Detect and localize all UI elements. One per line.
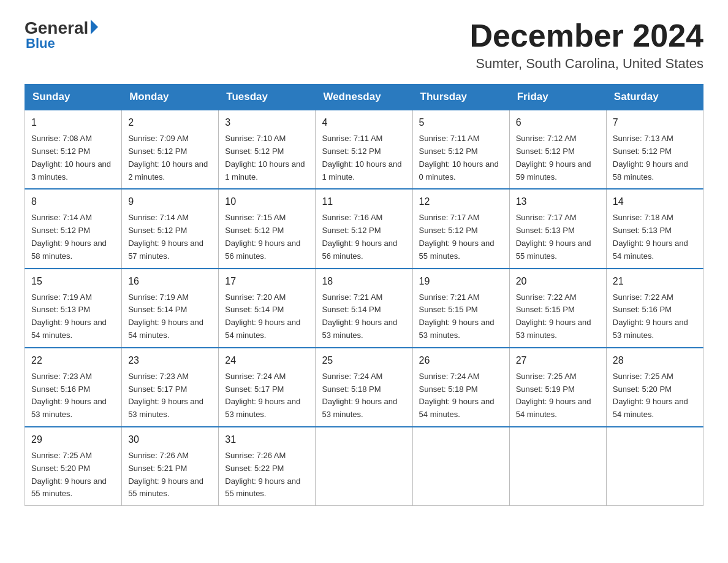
day-info: Sunrise: 7:14 AMSunset: 5:12 PMDaylight:… <box>128 213 203 260</box>
week-row-3: 15 Sunrise: 7:19 AMSunset: 5:13 PMDaylig… <box>25 269 703 348</box>
day-info: Sunrise: 7:11 AMSunset: 5:12 PMDaylight:… <box>419 134 499 181</box>
day-info: Sunrise: 7:24 AMSunset: 5:17 PMDaylight:… <box>225 372 300 419</box>
day-info: Sunrise: 7:17 AMSunset: 5:12 PMDaylight:… <box>419 213 495 260</box>
day-info: Sunrise: 7:23 AMSunset: 5:17 PMDaylight:… <box>128 372 203 419</box>
calendar-table: Sunday Monday Tuesday Wednesday Thursday… <box>25 84 703 506</box>
logo-blue-text: Blue <box>26 36 55 52</box>
day-info: Sunrise: 7:24 AMSunset: 5:18 PMDaylight:… <box>322 372 397 419</box>
day-info: Sunrise: 7:20 AMSunset: 5:14 PMDaylight:… <box>225 293 300 340</box>
day-info: Sunrise: 7:11 AMSunset: 5:12 PMDaylight:… <box>322 134 401 181</box>
day-info: Sunrise: 7:26 AMSunset: 5:21 PMDaylight:… <box>128 451 203 498</box>
day-info: Sunrise: 7:19 AMSunset: 5:13 PMDaylight:… <box>31 293 107 340</box>
col-thursday: Thursday <box>412 85 509 110</box>
table-row: 8 Sunrise: 7:14 AMSunset: 5:12 PMDayligh… <box>25 189 122 268</box>
day-number: 8 <box>31 194 115 209</box>
day-number: 7 <box>613 115 697 130</box>
table-row: 5 Sunrise: 7:11 AMSunset: 5:12 PMDayligh… <box>412 110 509 189</box>
day-number: 10 <box>225 194 309 209</box>
col-sunday: Sunday <box>25 85 122 110</box>
day-info: Sunrise: 7:19 AMSunset: 5:14 PMDaylight:… <box>128 293 203 340</box>
day-info: Sunrise: 7:22 AMSunset: 5:16 PMDaylight:… <box>613 293 688 340</box>
day-number: 17 <box>225 274 309 289</box>
table-row: 26 Sunrise: 7:24 AMSunset: 5:18 PMDaylig… <box>412 348 509 427</box>
table-row: 29 Sunrise: 7:25 AMSunset: 5:20 PMDaylig… <box>25 427 122 506</box>
table-row: 15 Sunrise: 7:19 AMSunset: 5:13 PMDaylig… <box>25 269 122 348</box>
day-number: 22 <box>31 353 115 368</box>
day-number: 30 <box>128 432 212 447</box>
day-info: Sunrise: 7:17 AMSunset: 5:13 PMDaylight:… <box>516 213 591 260</box>
day-info: Sunrise: 7:21 AMSunset: 5:14 PMDaylight:… <box>322 293 397 340</box>
day-info: Sunrise: 7:10 AMSunset: 5:12 PMDaylight:… <box>225 134 305 181</box>
day-info: Sunrise: 7:24 AMSunset: 5:18 PMDaylight:… <box>419 372 495 419</box>
table-row: 9 Sunrise: 7:14 AMSunset: 5:12 PMDayligh… <box>122 189 219 268</box>
day-number: 15 <box>31 274 115 289</box>
day-number: 31 <box>225 432 309 447</box>
table-row: 2 Sunrise: 7:09 AMSunset: 5:12 PMDayligh… <box>122 110 219 189</box>
table-row: 13 Sunrise: 7:17 AMSunset: 5:13 PMDaylig… <box>509 189 606 268</box>
day-info: Sunrise: 7:25 AMSunset: 5:19 PMDaylight:… <box>516 372 591 419</box>
day-info: Sunrise: 7:26 AMSunset: 5:22 PMDaylight:… <box>225 451 300 498</box>
week-row-5: 29 Sunrise: 7:25 AMSunset: 5:20 PMDaylig… <box>25 427 703 506</box>
table-row: 23 Sunrise: 7:23 AMSunset: 5:17 PMDaylig… <box>122 348 219 427</box>
col-wednesday: Wednesday <box>316 85 412 110</box>
table-row <box>316 427 412 506</box>
month-title: December 2024 <box>469 18 703 53</box>
table-row: 28 Sunrise: 7:25 AMSunset: 5:20 PMDaylig… <box>606 348 703 427</box>
day-number: 13 <box>516 194 600 209</box>
header-row: Sunday Monday Tuesday Wednesday Thursday… <box>25 85 703 110</box>
col-monday: Monday <box>122 85 219 110</box>
table-row: 14 Sunrise: 7:18 AMSunset: 5:13 PMDaylig… <box>606 189 703 268</box>
table-row: 18 Sunrise: 7:21 AMSunset: 5:14 PMDaylig… <box>316 269 412 348</box>
table-row: 19 Sunrise: 7:21 AMSunset: 5:15 PMDaylig… <box>412 269 509 348</box>
col-friday: Friday <box>509 85 606 110</box>
week-row-2: 8 Sunrise: 7:14 AMSunset: 5:12 PMDayligh… <box>25 189 703 268</box>
day-number: 23 <box>128 353 212 368</box>
day-number: 4 <box>322 115 406 130</box>
day-number: 19 <box>419 274 503 289</box>
day-number: 5 <box>419 115 503 130</box>
day-info: Sunrise: 7:12 AMSunset: 5:12 PMDaylight:… <box>516 134 591 181</box>
table-row <box>412 427 509 506</box>
table-row: 22 Sunrise: 7:23 AMSunset: 5:16 PMDaylig… <box>25 348 122 427</box>
day-number: 21 <box>613 274 697 289</box>
table-row: 16 Sunrise: 7:19 AMSunset: 5:14 PMDaylig… <box>122 269 219 348</box>
day-info: Sunrise: 7:08 AMSunset: 5:12 PMDaylight:… <box>31 134 111 181</box>
table-row: 10 Sunrise: 7:15 AMSunset: 5:12 PMDaylig… <box>219 189 316 268</box>
table-row: 27 Sunrise: 7:25 AMSunset: 5:19 PMDaylig… <box>509 348 606 427</box>
day-info: Sunrise: 7:15 AMSunset: 5:12 PMDaylight:… <box>225 213 300 260</box>
day-info: Sunrise: 7:21 AMSunset: 5:15 PMDaylight:… <box>419 293 495 340</box>
day-info: Sunrise: 7:16 AMSunset: 5:12 PMDaylight:… <box>322 213 397 260</box>
day-number: 25 <box>322 353 406 368</box>
table-row: 17 Sunrise: 7:20 AMSunset: 5:14 PMDaylig… <box>219 269 316 348</box>
logo-triangle-icon <box>91 20 98 34</box>
day-info: Sunrise: 7:25 AMSunset: 5:20 PMDaylight:… <box>613 372 688 419</box>
day-number: 2 <box>128 115 212 130</box>
day-number: 6 <box>516 115 600 130</box>
day-number: 27 <box>516 353 600 368</box>
location-subtitle: Sumter, South Carolina, United States <box>469 56 703 72</box>
day-number: 14 <box>613 194 697 209</box>
table-row <box>606 427 703 506</box>
table-row: 6 Sunrise: 7:12 AMSunset: 5:12 PMDayligh… <box>509 110 606 189</box>
table-row: 7 Sunrise: 7:13 AMSunset: 5:12 PMDayligh… <box>606 110 703 189</box>
day-info: Sunrise: 7:14 AMSunset: 5:12 PMDaylight:… <box>31 213 107 260</box>
table-row: 11 Sunrise: 7:16 AMSunset: 5:12 PMDaylig… <box>316 189 412 268</box>
day-number: 9 <box>128 194 212 209</box>
day-number: 3 <box>225 115 309 130</box>
week-row-4: 22 Sunrise: 7:23 AMSunset: 5:16 PMDaylig… <box>25 348 703 427</box>
logo: General Blue <box>25 18 98 52</box>
day-number: 16 <box>128 274 212 289</box>
col-saturday: Saturday <box>606 85 703 110</box>
table-row: 20 Sunrise: 7:22 AMSunset: 5:15 PMDaylig… <box>509 269 606 348</box>
col-tuesday: Tuesday <box>219 85 316 110</box>
day-number: 24 <box>225 353 309 368</box>
table-row: 31 Sunrise: 7:26 AMSunset: 5:22 PMDaylig… <box>219 427 316 506</box>
table-row: 1 Sunrise: 7:08 AMSunset: 5:12 PMDayligh… <box>25 110 122 189</box>
day-info: Sunrise: 7:23 AMSunset: 5:16 PMDaylight:… <box>31 372 107 419</box>
day-info: Sunrise: 7:22 AMSunset: 5:15 PMDaylight:… <box>516 293 591 340</box>
title-area: December 2024 Sumter, South Carolina, Un… <box>469 18 703 72</box>
table-row: 12 Sunrise: 7:17 AMSunset: 5:12 PMDaylig… <box>412 189 509 268</box>
day-number: 28 <box>613 353 697 368</box>
day-number: 11 <box>322 194 406 209</box>
table-row: 21 Sunrise: 7:22 AMSunset: 5:16 PMDaylig… <box>606 269 703 348</box>
